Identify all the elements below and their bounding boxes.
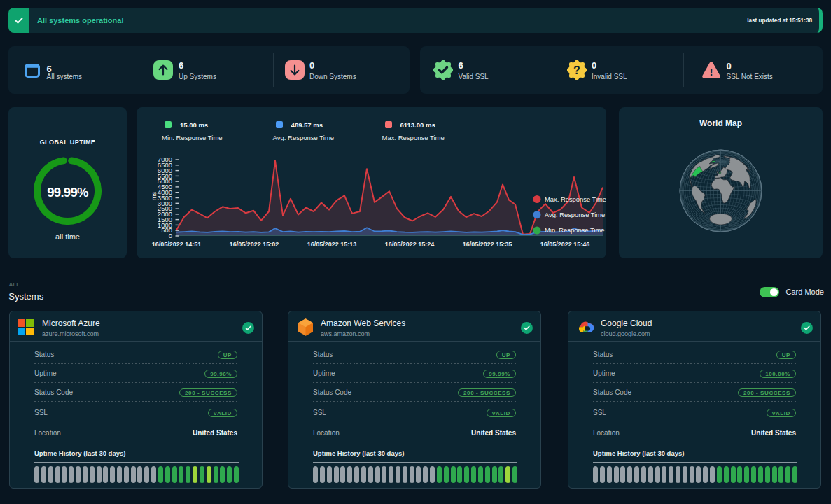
svg-text:16/05/2022 15:24: 16/05/2022 15:24 [385, 241, 435, 248]
svg-text:16/05/2022 15:35: 16/05/2022 15:35 [463, 241, 512, 248]
svg-text:Min. Response Time: Min. Response Time [545, 226, 604, 234]
svg-text:ms: ms [150, 191, 158, 200]
svg-text:16/05/2022 15:13: 16/05/2022 15:13 [307, 241, 357, 248]
svg-text:16/05/2022 15:46: 16/05/2022 15:46 [540, 241, 590, 248]
svg-text:7000: 7000 [158, 155, 172, 163]
svg-text:Avg. Response Time: Avg. Response Time [545, 211, 605, 218]
svg-text:?: ? [573, 64, 580, 76]
svg-text:16/05/2022 15:02: 16/05/2022 15:02 [230, 241, 279, 248]
svg-text:Max. Response Time: Max. Response Time [545, 195, 606, 203]
svg-text:16/05/2022 14:51: 16/05/2022 14:51 [152, 241, 202, 248]
svg-text:!: ! [710, 66, 713, 78]
